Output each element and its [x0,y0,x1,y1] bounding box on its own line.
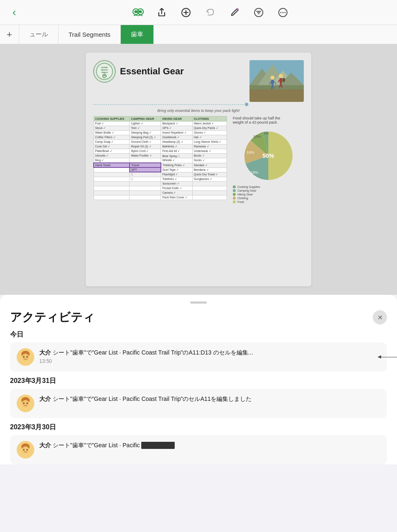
svg-text:16%: 16% [247,150,254,155]
filter-icon[interactable] [251,5,266,20]
section-date-2: 2023年3月30日 [10,423,387,432]
table-row: Utensils ✓Water Purifier ✓Bear Spray □Bo… [94,154,227,158]
table-row: Camp Soap ✓Ground Cloth ✓Headlamp (3) ✓L… [94,140,227,144]
svg-point-57 [27,449,28,451]
tab-add-button[interactable]: + [0,25,19,44]
svg-point-9 [282,12,284,13]
activity-card-1[interactable]: 大介 シート"歯車"で"Gear List · Pacific Coast Tr… [10,342,387,372]
svg-text:19%: 19% [251,170,258,175]
activity-text-1: 大介 シート"歯車"で"Gear List · Pacific Coast Tr… [39,348,380,365]
col-hiking: HIKING GEAR [161,117,192,122]
activity-wrapper-1: 大介 シート"歯車"で"Gear List · Pacific Coast Tr… [10,342,387,372]
table-row: □Toiletries ✓Sunglasses ✓ [94,177,227,181]
svg-point-45 [22,354,29,361]
svg-text:5%: 5% [264,132,269,135]
section-today: 今日 [10,330,387,339]
highlighted-cell-spt: SPT [130,167,161,172]
svg-point-8 [280,12,282,13]
pie-legend: Cooking Supplies Camping Gear Hiking Gea… [233,185,304,203]
collab-icon[interactable] [130,5,145,20]
main-content: SCENIC PACIFIC TRAILS Essential Gear [0,44,397,295]
svg-point-3 [139,10,142,13]
table-row: Plate/Bowl ✓Nylon Cord ✓First-Aid kit ✓U… [94,149,227,154]
col-camping: CAMPING GEAR [130,117,161,122]
table-row: Pack Rain Cover ✓ [94,195,227,200]
panel-handle[interactable] [190,301,207,304]
tab-schedule[interactable]: ュール [19,25,59,44]
svg-point-56 [23,449,25,451]
hiker-image [249,60,304,102]
avatar-2 [17,395,34,412]
svg-point-55 [22,446,29,454]
activity-card-2[interactable]: 大介 シート"歯車"で"Gear List · Pacific Coast Tr… [10,389,387,418]
svg-point-5 [237,8,239,10]
section-date-1: 2023年3月31日 [10,377,387,385]
undo-icon[interactable] [203,5,218,20]
avatar-1 [17,348,34,366]
pie-chart: 50% 19% 16% 10% 5% [233,129,304,183]
food-note: Food should take up half theweight of a … [233,116,304,124]
avatar-3 [17,441,34,459]
svg-point-50 [22,400,29,408]
highlighted-cell-handtowel: Hand Towel [94,163,130,167]
gear-table: COOKING SUPPLIES CAMPING GEAR HIKING GEA… [93,116,227,200]
document-card: SCENIC PACIFIC TRAILS Essential Gear [86,53,311,286]
svg-text:SCENIC: SCENIC [101,66,108,68]
svg-rect-37 [282,78,285,82]
svg-point-2 [135,10,137,13]
activity-text-3: 大介 シート"歯車"で"Gear List · Pacific ████████ [39,441,380,449]
svg-point-46 [23,357,25,358]
table-row: Fuel ✓Lighter ✓Backpack ✓Warm Jacket ✓ [94,122,227,126]
table-row: Water Bottle ✓Sleeping Bag ✓Insect Repel… [94,131,227,135]
back-button[interactable]: ‹ [7,5,22,20]
tabs-bar: + ュール Trail Segments 歯車 [0,25,397,44]
close-button[interactable]: ✕ [373,310,387,324]
table-row: Mug ✓Whistle ✓Socks ✓ [94,158,227,163]
table-row: Sunscreen ✓ [94,181,227,186]
svg-point-52 [27,403,28,404]
col-clothing: CLOTHING [192,117,226,122]
svg-text:10%: 10% [253,134,261,139]
table-row: Pocket Knife ✓ [94,186,227,190]
toolbar: ‹ [0,0,397,25]
table-row: Cook Set ✓Repair Kit (2) ✓Bathtinks ✓Rai… [94,144,227,149]
col-cooking: COOKING SUPPLIES [94,117,130,122]
share-icon[interactable] [154,5,169,20]
pen-icon[interactable] [227,5,242,20]
svg-point-23 [270,76,275,80]
bring-note: Bring only essential items to keep your … [93,109,304,113]
activity-card-3[interactable]: 大介 シート"歯車"で"Gear List · Pacific ████████ [10,435,387,464]
svg-text:PACIFIC: PACIFIC [101,69,108,71]
tab-trail-segments[interactable]: Trail Segments [59,25,121,44]
table-row: SPTDuct Tape ✓Bandana ✓ [94,167,227,172]
more-icon[interactable] [275,5,290,20]
svg-point-47 [27,357,28,358]
svg-rect-24 [271,80,274,85]
activity-panel: アクティビティ ✕ 今日 [0,295,397,464]
gear-logo: SCENIC PACIFIC TRAILS [93,60,116,83]
svg-point-10 [285,12,286,13]
svg-text:TRAILS: TRAILS [101,71,107,73]
table-row: □Flashlight ✓Quick-Dry Towel ✓ [94,172,227,177]
table-row: Coffee Filters ✓Sleeping Pad (2) ✓Guideb… [94,135,227,140]
activity-text-2: 大介 シート"歯車"で"Gear List · Pacific Coast Tr… [39,395,380,403]
table-row: Camera ✓ [94,190,227,195]
gear-title: Essential Gear [120,66,244,77]
svg-point-30 [279,74,283,78]
gear-title-block: Essential Gear [120,66,244,77]
table-row: Stove ✓Tent ✓GPS ✓Quick-Dry Pants ✓ [94,126,227,131]
panel-title: アクティビティ [10,309,95,325]
table-row: Hand Towel Travel Trekking Poles ✓Sandal… [94,163,227,167]
svg-point-51 [23,403,25,404]
highlighted-cell-travel: Travel [130,163,161,167]
svg-text:50%: 50% [262,152,275,159]
tab-gears[interactable]: 歯車 [121,25,154,44]
svg-rect-31 [280,78,282,83]
add-icon[interactable] [178,5,193,20]
panel-header: アクティビティ ✕ [10,309,387,325]
